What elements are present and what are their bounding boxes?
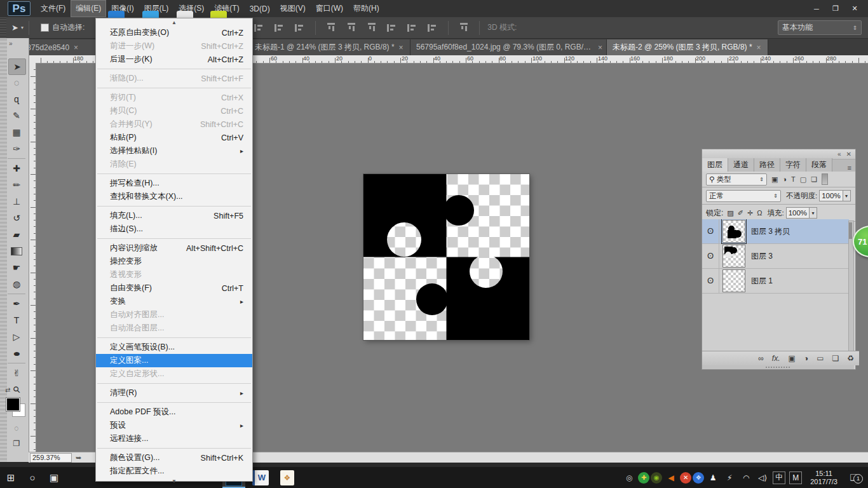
minimize-button[interactable]: ─: [807, 2, 826, 16]
panel-collapse-icon[interactable]: «: [837, 151, 841, 158]
quick-select-tool[interactable]: ✎: [8, 108, 25, 123]
filter-adjustment-layers-icon[interactable]: ◑: [782, 175, 787, 183]
lock-all-icon[interactable]: Ω: [757, 209, 762, 217]
menu-item-fill[interactable]: 填充(L)...Shift+F5: [96, 209, 252, 222]
move-tool-icon[interactable]: ➤: [11, 23, 18, 32]
tab-close-icon[interactable]: ×: [74, 43, 78, 52]
ime-indicator[interactable]: 中: [773, 471, 785, 484]
smudge-tool[interactable]: ☛: [8, 260, 25, 275]
menu-item-remote-connections[interactable]: 远程连接...: [96, 432, 252, 445]
document-canvas[interactable]: [363, 174, 529, 340]
ime-letter-indicator[interactable]: M: [789, 471, 802, 484]
menu-item-find-replace[interactable]: 查找和替换文本(X)...: [96, 190, 252, 203]
taskbar-image-viewer-button[interactable]: ❖: [276, 467, 299, 488]
menu-view[interactable]: 视图(V): [275, 0, 311, 17]
visibility-eye-icon[interactable]: ʘ: [702, 219, 719, 243]
new-group-folder-icon[interactable]: ▭: [817, 354, 824, 363]
menu-item-undo[interactable]: 还原自由变换(O)Ctrl+Z: [96, 26, 252, 39]
layer-thumbnail[interactable]: [722, 269, 745, 292]
lock-position-icon[interactable]: ✛: [747, 209, 753, 217]
foreground-color-swatch[interactable]: [6, 398, 20, 411]
distribute-left-icon[interactable]: [387, 24, 397, 32]
layer-name[interactable]: 图层 3 拷贝: [751, 226, 790, 237]
tray-media-icon[interactable]: ◀: [663, 470, 679, 485]
tab-close-icon[interactable]: ×: [757, 43, 761, 52]
menu-item-content-aware-scale[interactable]: 内容识别缩放Alt+Shift+Ctrl+C: [96, 241, 252, 255]
menu-item-puppet-warp[interactable]: 操控变形: [96, 255, 252, 268]
tab-close-icon[interactable]: ×: [598, 43, 602, 52]
tab-layers[interactable]: 图层: [702, 158, 728, 172]
visibility-eye-icon[interactable]: ʘ: [702, 269, 719, 293]
tab-channels[interactable]: 通道: [728, 158, 754, 172]
start-button[interactable]: ⊞: [0, 467, 22, 488]
distribute-center-icon[interactable]: [407, 24, 417, 32]
menu-file[interactable]: 文件(F): [36, 0, 71, 17]
blend-mode-select[interactable]: 正常 ⇕: [706, 190, 781, 202]
hand-tool[interactable]: ✌: [8, 365, 25, 381]
eyedropper-tool[interactable]: ✑: [8, 141, 25, 156]
menu-scroll-up-icon[interactable]: ▲: [96, 19, 252, 26]
layer-name[interactable]: 图层 1: [751, 276, 773, 287]
export-status-icon[interactable]: ➥: [76, 454, 81, 462]
auto-select-checkbox[interactable]: [41, 24, 49, 32]
new-layer-icon[interactable]: ❏: [832, 354, 839, 363]
tool-preset-caret-icon[interactable]: ▾: [21, 25, 24, 30]
tray-nvidia-icon[interactable]: ◉: [651, 472, 662, 484]
menu-item-paste[interactable]: 粘贴(P)Ctrl+V: [96, 131, 252, 144]
cortana-icon[interactable]: ○: [22, 467, 43, 488]
menu-item-transform[interactable]: 变换▸: [96, 295, 252, 308]
filter-smart-objects-icon[interactable]: ❏: [811, 175, 817, 184]
menu-edit[interactable]: 编辑(E): [71, 0, 106, 17]
menu-scroll-down-icon[interactable]: ▼: [96, 478, 252, 485]
menu-item-free-transform[interactable]: 自由变换(F)Ctrl+T: [96, 281, 252, 295]
layer-style-fx-icon[interactable]: fx.: [772, 354, 780, 363]
layer-thumbnail[interactable]: [722, 220, 745, 243]
eraser-tool[interactable]: ▰: [8, 227, 25, 242]
tray-qq-icon[interactable]: ♟: [705, 470, 721, 485]
fill-dropdown-icon[interactable]: ▾: [810, 207, 817, 219]
marquee-tool[interactable]: ◌: [8, 75, 25, 90]
menu-item-pdf-presets[interactable]: Adobe PDF 预设...: [96, 405, 252, 419]
menu-item-define-pattern[interactable]: 定义图案...: [96, 354, 252, 367]
swap-colors-icon[interactable]: ⇄: [5, 386, 10, 393]
align-center-v-icon[interactable]: [348, 23, 355, 33]
notification-center-icon[interactable]: ❑ 1: [844, 473, 863, 482]
doc-tab-3[interactable]: 56795af60f8ed_1024.jpg @ 79.3% (图层 0, RG…: [410, 39, 607, 55]
restore-button[interactable]: ❐: [826, 2, 845, 16]
distribute-vertical-icon[interactable]: [460, 23, 468, 33]
history-brush-tool[interactable]: ↺: [8, 210, 25, 226]
color-swatches[interactable]: [6, 398, 25, 417]
distribute-right-icon[interactable]: [428, 24, 438, 32]
lasso-tool[interactable]: ɋ: [8, 92, 25, 107]
tray-security-icon[interactable]: ✕: [680, 472, 691, 484]
adjustment-layer-icon[interactable]: ◑: [804, 354, 808, 363]
filter-toggle-switch[interactable]: [822, 173, 828, 185]
align-center-h-icon[interactable]: [275, 24, 285, 32]
clone-stamp-tool[interactable]: ⊥: [8, 194, 25, 209]
tab-paths[interactable]: 路径: [754, 158, 780, 172]
menu-item-step-backward[interactable]: 后退一步(K)Alt+Ctrl+Z: [96, 53, 252, 66]
tray-green-ball-icon[interactable]: ✚: [638, 472, 649, 484]
lock-pixels-icon[interactable]: ✐: [738, 209, 743, 217]
zoom-level-field[interactable]: 259.37%: [30, 453, 72, 463]
workspace-switcher[interactable]: 基本功能 ⇕: [778, 20, 862, 35]
zoom-tool[interactable]: ⚲: [8, 382, 25, 397]
layer-thumbnail[interactable]: [722, 245, 745, 268]
shape-tool[interactable]: ●: [8, 346, 25, 361]
visibility-eye-icon[interactable]: ʘ: [702, 244, 719, 268]
brush-tool[interactable]: ✏: [8, 177, 25, 193]
menu-help[interactable]: 帮助(H): [348, 0, 384, 17]
delete-layer-trash-icon[interactable]: ♻: [847, 354, 854, 363]
add-mask-icon[interactable]: ▣: [789, 354, 796, 363]
layer-name[interactable]: 图层 3: [751, 251, 773, 262]
link-layers-icon[interactable]: ∞: [758, 354, 764, 363]
menu-item-spell-check[interactable]: 拼写检查(H)...: [96, 177, 252, 190]
layer-row-1[interactable]: ʘ 图层 1: [702, 269, 849, 294]
menu-item-define-brush[interactable]: 定义画笔预设(B)...: [96, 341, 252, 354]
move-tool[interactable]: ➤: [8, 58, 26, 75]
taskbar-clock[interactable]: 15:11 2017/7/3: [810, 470, 837, 486]
doc-tab-4-active[interactable]: 未标题-2 @ 259% (图层 3 拷贝, RGB/8) * ×: [607, 39, 768, 55]
tab-close-icon[interactable]: ×: [399, 43, 403, 52]
path-select-tool[interactable]: ▷: [8, 329, 25, 344]
healing-brush-tool[interactable]: ✚: [8, 161, 25, 176]
